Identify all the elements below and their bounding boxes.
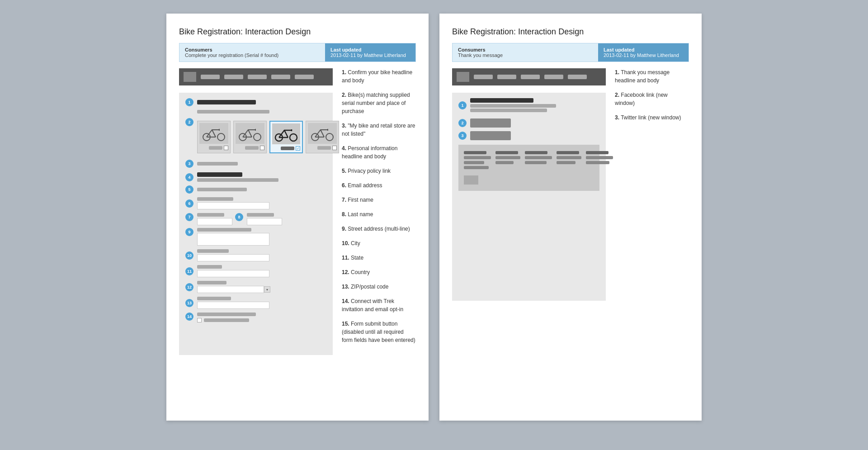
wf-row-2: 2	[185, 118, 326, 156]
connect-label	[197, 313, 256, 316]
wireframe-body: 1 2	[179, 93, 333, 355]
note-4-text: Personal information headline and body	[342, 145, 397, 160]
facebook-btn[interactable]	[470, 118, 511, 128]
left-content: 1 2	[179, 68, 416, 355]
street-input[interactable]	[197, 233, 269, 246]
note-15: 15. Form submit button (disabled until a…	[342, 320, 416, 344]
bike-text-1	[209, 146, 222, 150]
consumers-value: Complete your registration (Serial # fou…	[185, 52, 320, 58]
gc3-bar-3	[525, 161, 547, 164]
wf-bar-4b	[197, 178, 278, 182]
dropdown-arrow-icon[interactable]: ▼	[264, 286, 270, 293]
consumers-label: Consumers	[185, 47, 320, 52]
gc-bar-1	[464, 151, 486, 154]
note-15-num: 15.	[342, 321, 349, 327]
gc-bar-3	[464, 161, 484, 164]
note-2-text: Bike(s) matching supplied serial number …	[342, 92, 410, 114]
right-nav-5	[568, 75, 587, 79]
lastname-label	[247, 213, 274, 217]
connect-text	[204, 318, 249, 322]
nav-item-1	[201, 75, 220, 79]
wireframe-nav	[179, 68, 333, 85]
note-13-num: 13.	[342, 284, 349, 290]
right-last-updated-label: Last updated	[604, 47, 683, 52]
title-bold: Bike Registration:	[179, 27, 245, 36]
note-10-text: City	[351, 240, 360, 246]
wf-bar-5	[197, 188, 247, 191]
nav-item-5	[295, 75, 314, 79]
right-notes: 1. Thank you message headline and body 2…	[606, 68, 689, 301]
circle-7: 7	[185, 213, 193, 221]
bike-label-3: ✓	[272, 146, 300, 151]
note-1-text: Confirm your bike headline and body	[342, 69, 412, 84]
bike-card-1[interactable]	[197, 121, 231, 153]
field-lastname	[247, 213, 282, 225]
field-state	[197, 265, 326, 277]
note-2: 2. Bike(s) matching supplied serial numb…	[342, 91, 416, 115]
note-11: 11. State	[342, 254, 416, 262]
gc2-bar-2	[495, 156, 520, 159]
twitter-btn[interactable]	[470, 131, 511, 140]
right-nav-3	[521, 75, 540, 79]
circle-2: 2	[185, 118, 193, 126]
connect-row-1	[197, 318, 326, 322]
gc4-bar-3	[557, 161, 576, 164]
right-note-1-num: 1.	[615, 69, 619, 76]
circle-11: 11	[185, 267, 193, 275]
right-note-1: 1. Thank you message headline and body	[615, 68, 689, 85]
wf-row-5: 5	[185, 185, 326, 194]
note-14-text: Connect with Trek invitation and email o…	[342, 298, 403, 313]
right-nav-2	[497, 75, 516, 79]
note-12-text: Country	[351, 269, 370, 275]
field-country: ▼	[197, 281, 326, 293]
firstname-input[interactable]	[197, 218, 232, 225]
right-wf-row-1: 1	[458, 98, 599, 112]
field-firstname	[197, 213, 232, 225]
field-city	[197, 249, 326, 261]
bike-check-1[interactable]	[224, 146, 228, 150]
state-input[interactable]	[197, 270, 269, 277]
connect-checkbox[interactable]	[197, 318, 202, 322]
bike-img-3	[272, 123, 300, 144]
bike-text-3	[281, 147, 294, 150]
bike-check-3[interactable]: ✓	[296, 146, 300, 151]
bike-card-2[interactable]	[233, 121, 267, 153]
right-circle-2: 2	[458, 119, 467, 127]
zip-input[interactable]	[197, 302, 269, 309]
wf-sub-1	[197, 110, 326, 114]
nav-item-4	[271, 75, 290, 79]
note-5-text: Privacy policy link	[348, 168, 391, 174]
bike-text-4	[317, 146, 331, 150]
bike-label-2	[236, 146, 264, 150]
note-7-text: First name	[348, 197, 373, 203]
circle-4: 4	[185, 173, 193, 181]
field-connect	[197, 313, 326, 324]
bikes-container: ✓	[197, 118, 339, 156]
title-sub: Interaction Design	[245, 27, 311, 36]
bike-check-2[interactable]	[260, 146, 264, 150]
right-note-2-text: Facebook link (new window)	[615, 92, 668, 106]
wf-row-7-8: 7 8	[185, 213, 326, 225]
info-bar-right: Last updated 2013-02-11 by Matthew Lithe…	[325, 43, 415, 62]
gray-product-section	[458, 145, 599, 191]
right-panel-title: Bike Registration: Interaction Design	[452, 27, 689, 37]
right-note-3-text: Twitter link (new window)	[621, 114, 681, 121]
email-input[interactable]	[197, 202, 269, 209]
bikes-row: ✓	[197, 121, 339, 153]
circle-9: 9	[185, 228, 193, 236]
note-13-text: ZIP/postal code	[351, 284, 388, 290]
gc3-bar-1	[525, 151, 547, 154]
left-info-bar: Consumers Complete your registration (Se…	[179, 43, 416, 62]
gray-submit-btn[interactable]	[464, 175, 478, 185]
bike-card-3[interactable]: ✓	[269, 121, 303, 153]
note-5-num: 5.	[342, 168, 346, 174]
city-input[interactable]	[197, 254, 269, 261]
gray-col-2	[495, 151, 520, 171]
note-4-num: 4.	[342, 145, 346, 152]
lastname-input[interactable]	[247, 218, 282, 225]
country-dropdown[interactable]	[197, 286, 264, 293]
state-label	[197, 265, 222, 269]
firstname-label	[197, 213, 224, 217]
left-notes: 1. Confirm your bike headline and body 2…	[333, 68, 416, 355]
gc2-bar-1	[495, 151, 518, 154]
